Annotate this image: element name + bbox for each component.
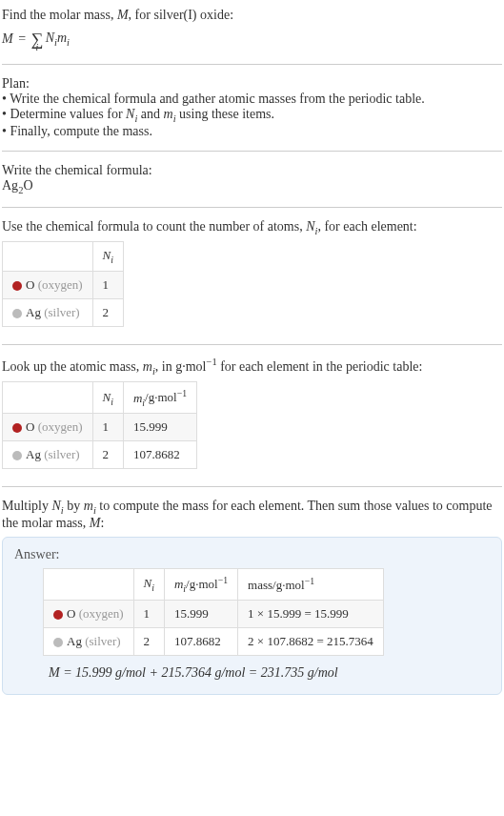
step2-heading: Use the chemical formula to count the nu…: [2, 219, 502, 236]
table-row: Ag (silver) 2 107.8682: [3, 441, 197, 469]
mass-cell: 1 × 15.999 = 15.999: [238, 601, 384, 628]
mi-cell: 15.999: [123, 414, 196, 441]
color-dot-icon: [53, 610, 63, 620]
ni-cell: 2: [133, 628, 164, 656]
molar-mass-formula: M = ∑i Nimi: [2, 25, 502, 52]
table-header-row: Ni mi/g·mol−1 mass/g·mol−1: [44, 569, 384, 601]
result-line: M = 15.999 g/mol + 215.7364 g/mol = 231.…: [49, 665, 490, 681]
color-dot-icon: [12, 309, 22, 318]
element-cell: Ag (silver): [3, 441, 93, 469]
ni-cell: 2: [92, 441, 123, 469]
table-header-row: Ni: [3, 242, 124, 272]
mass-cell: 2 × 107.8682 = 215.7364: [238, 628, 384, 656]
divider: [2, 207, 502, 208]
element-cell: Ag (silver): [44, 628, 134, 656]
mi-cell: 107.8682: [164, 628, 237, 656]
table-row: O (oxygen) 1 15.999 1 × 15.999 = 15.999: [44, 601, 384, 628]
ni-cell: 1: [92, 414, 123, 441]
element-cell: O (oxygen): [3, 271, 93, 298]
color-dot-icon: [12, 423, 22, 433]
step3-section: Look up the atomic mass, mi, in g·mol−1 …: [2, 353, 502, 479]
element-cell: O (oxygen): [3, 414, 93, 441]
plan-bullet-3: • Finally, compute the mass.: [2, 124, 502, 139]
step3-heading: Look up the atomic mass, mi, in g·mol−1 …: [2, 357, 502, 376]
mi-cell: 15.999: [164, 601, 237, 628]
table-row: O (oxygen) 1: [3, 271, 124, 298]
color-dot-icon: [53, 638, 63, 647]
header-mi: mi/g·mol−1: [164, 569, 237, 601]
table-row: O (oxygen) 1 15.999: [3, 414, 197, 441]
divider: [2, 486, 502, 487]
atom-count-table: Ni O (oxygen) 1 Ag (silver) 2: [2, 241, 124, 327]
header-ni: Ni: [92, 242, 123, 272]
divider: [2, 64, 502, 65]
divider: [2, 151, 502, 152]
step4-section: Multiply Ni by mi to compute the mass fo…: [2, 495, 502, 699]
color-dot-icon: [12, 281, 22, 291]
ni-cell: 1: [133, 601, 164, 628]
color-dot-icon: [12, 451, 22, 460]
plan-section: Plan: • Write the chemical formula and g…: [2, 72, 502, 143]
header-blank: [44, 569, 134, 601]
ni-cell: 2: [92, 298, 123, 326]
header-mass: mass/g·mol−1: [238, 569, 384, 601]
header-blank: [3, 382, 93, 414]
mi-cell: 107.8682: [123, 441, 196, 469]
plan-heading: Plan:: [2, 76, 502, 92]
chemical-formula: Ag2O: [2, 178, 502, 195]
header-ni: Ni: [133, 569, 164, 601]
plan-bullet-2: • Determine values for Ni and mi using t…: [2, 107, 502, 124]
table-row: Ag (silver) 2 107.8682 2 × 107.8682 = 21…: [44, 628, 384, 656]
header-mi: mi/g·mol−1: [123, 382, 196, 414]
step2-section: Use the chemical formula to count the nu…: [2, 215, 502, 337]
intro-line: Find the molar mass, M, for silver(I) ox…: [2, 8, 502, 23]
atomic-mass-table: Ni mi/g·mol−1 O (oxygen) 1 15.999 Ag (si…: [2, 381, 197, 469]
answer-table: Ni mi/g·mol−1 mass/g·mol−1 O (oxygen) 1 …: [43, 568, 384, 656]
step1-section: Write the chemical formula: Ag2O: [2, 159, 502, 199]
divider: [2, 344, 502, 345]
header-ni: Ni: [92, 382, 123, 414]
header-blank: [3, 242, 93, 272]
ni-cell: 1: [92, 271, 123, 298]
intro-section: Find the molar mass, M, for silver(I) ox…: [2, 4, 502, 56]
answer-box: Answer: Ni mi/g·mol−1 mass/g·mol−1 O (ox…: [2, 537, 502, 695]
answer-label: Answer:: [14, 547, 490, 562]
element-cell: Ag (silver): [3, 298, 93, 326]
step4-heading: Multiply Ni by mi to compute the mass fo…: [2, 499, 502, 531]
step1-heading: Write the chemical formula:: [2, 163, 502, 178]
plan-bullet-1: • Write the chemical formula and gather …: [2, 92, 502, 107]
element-cell: O (oxygen): [44, 601, 134, 628]
table-row: Ag (silver) 2: [3, 298, 124, 326]
table-header-row: Ni mi/g·mol−1: [3, 382, 197, 414]
